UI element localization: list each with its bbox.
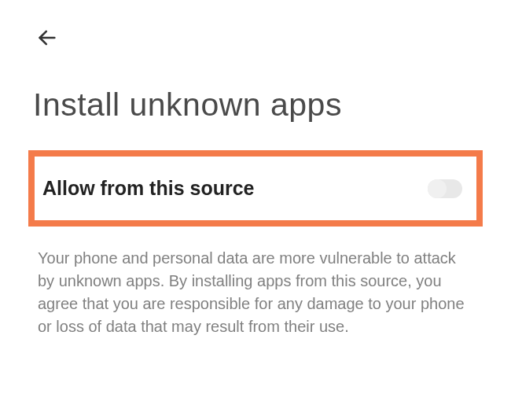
warning-description: Your phone and personal data are more vu… [38, 247, 473, 338]
page-title: Install unknown apps [33, 87, 511, 123]
allow-source-toggle[interactable] [428, 179, 462, 198]
allow-source-setting[interactable]: Allow from this source [28, 150, 483, 227]
back-arrow-icon [36, 27, 58, 49]
settings-screen: Install unknown apps Allow from this sou… [0, 0, 511, 338]
back-button[interactable] [28, 19, 66, 57]
allow-source-label: Allow from this source [42, 177, 254, 200]
toggle-knob [428, 179, 447, 198]
